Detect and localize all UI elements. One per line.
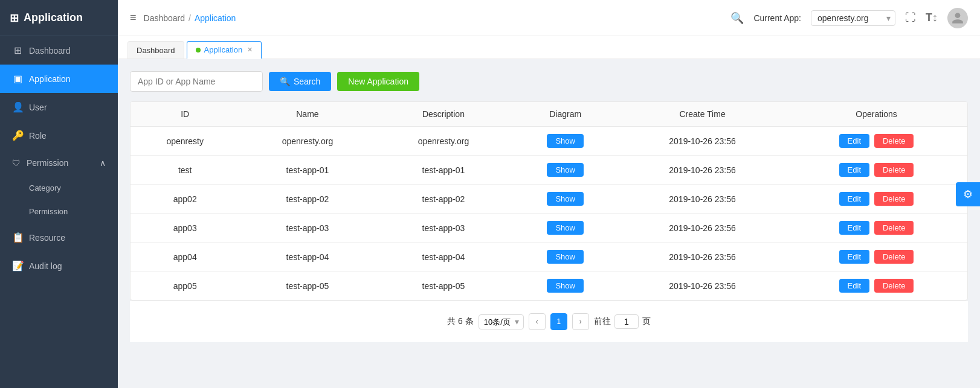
table-row: app04 test-app-04 test-app-04 Show 2019-… — [131, 243, 967, 272]
cell-create-time: 2019-10-26 23:56 — [619, 127, 785, 156]
cell-operations: Edit Delete — [785, 185, 967, 214]
tab-application[interactable]: Application ✕ — [187, 41, 262, 59]
cell-id: app03 — [131, 214, 239, 243]
current-app-select[interactable]: openresty.org — [811, 10, 895, 26]
avatar[interactable] — [947, 8, 968, 28]
cell-diagram: Show — [511, 272, 619, 301]
tab-dashboard-label: Dashboard — [137, 46, 175, 55]
new-application-button[interactable]: New Application — [337, 72, 419, 91]
sidebar-item-application[interactable]: ▣ Application — [0, 65, 118, 93]
show-button[interactable]: Show — [547, 192, 584, 206]
page-1-button[interactable]: 1 — [550, 313, 567, 330]
sidebar-item-role[interactable]: 🔑 Role — [0, 121, 118, 150]
sidebar-header: ⊞ Application — [0, 0, 118, 36]
cell-description: test-app-05 — [375, 272, 511, 301]
sidebar-item-user[interactable]: 👤 User — [0, 93, 118, 121]
sidebar-item-label: Audit log — [29, 261, 62, 271]
edit-button[interactable]: Edit — [839, 279, 869, 293]
cell-id: app05 — [131, 272, 239, 301]
col-description: Description — [375, 102, 511, 127]
edit-button[interactable]: Edit — [839, 192, 869, 206]
cell-create-time: 2019-10-26 23:56 — [619, 214, 785, 243]
delete-button[interactable]: Delete — [874, 134, 914, 148]
cell-create-time: 2019-10-26 23:56 — [619, 156, 785, 185]
cell-description: openresty.org — [375, 127, 511, 156]
cell-operations: Edit Delete — [785, 127, 967, 156]
fullscreen-icon[interactable]: ⛶ — [905, 11, 916, 24]
col-create-time: Create Time — [619, 102, 785, 127]
main-content: ≡ Dashboard / Application 🔍 Current App:… — [118, 0, 980, 388]
user-icon: 👤 — [12, 101, 23, 113]
per-page-select[interactable]: 10条/页 20条/页 50条/页 — [479, 314, 524, 329]
cell-id: app04 — [131, 243, 239, 272]
tab-dashboard[interactable]: Dashboard — [127, 41, 184, 59]
data-table: ID Name Description Diagram Create Time … — [130, 101, 968, 301]
sidebar-item-dashboard[interactable]: ⊞ Dashboard — [0, 36, 118, 65]
cell-operations: Edit Delete — [785, 214, 967, 243]
float-settings-button[interactable]: ⚙ — [956, 182, 980, 206]
hamburger-icon[interactable]: ≡ — [130, 11, 137, 24]
sidebar-item-label: Dashboard — [29, 46, 71, 56]
permission-sub-label: Permission — [29, 207, 68, 216]
sidebar-item-label: User — [29, 103, 47, 112]
search-button[interactable]: 🔍 Search — [269, 72, 331, 91]
cell-name: test-app-03 — [239, 214, 375, 243]
edit-button[interactable]: Edit — [839, 163, 869, 177]
cell-diagram: Show — [511, 214, 619, 243]
cell-name: test-app-01 — [239, 156, 375, 185]
prev-page-button[interactable]: ‹ — [529, 313, 546, 330]
delete-button[interactable]: Delete — [874, 279, 914, 293]
col-diagram: Diagram — [511, 102, 619, 127]
header-right: 🔍 Current App: openresty.org ⛶ T↕ — [730, 8, 968, 28]
show-button[interactable]: Show — [547, 250, 584, 264]
sidebar-item-audit-log[interactable]: 📝 Audit log — [0, 252, 118, 280]
sidebar: ⊞ Application ⊞ Dashboard ▣ Application … — [0, 0, 118, 388]
search-input[interactable] — [130, 71, 263, 92]
cell-diagram: Show — [511, 127, 619, 156]
cell-name: test-app-02 — [239, 185, 375, 214]
cell-create-time: 2019-10-26 23:56 — [619, 272, 785, 301]
application-icon: ▣ — [12, 73, 23, 84]
content-area: Dashboard Application ✕ 🔍 Search New App… — [118, 36, 980, 388]
sidebar-item-label: Resource — [29, 233, 65, 243]
resource-icon: 📋 — [12, 232, 23, 243]
tab-close-icon[interactable]: ✕ — [247, 46, 253, 54]
pagination: 共 6 条 10条/页 20条/页 50条/页 ‹ 1 › — [130, 301, 968, 342]
sidebar-group-permission-header[interactable]: 🛡 Permission ∧ — [0, 150, 118, 176]
chevron-icon: ∧ — [100, 158, 106, 168]
current-app-label: Current App: — [753, 13, 801, 23]
delete-button[interactable]: Delete — [874, 221, 914, 235]
page-unit-label: 页 — [642, 316, 651, 327]
next-icon: › — [579, 317, 582, 326]
sidebar-item-resource[interactable]: 📋 Resource — [0, 223, 118, 252]
delete-button[interactable]: Delete — [874, 192, 914, 206]
delete-button[interactable]: Delete — [874, 163, 914, 177]
show-button[interactable]: Show — [547, 279, 584, 293]
page-1-label: 1 — [556, 317, 561, 326]
show-button[interactable]: Show — [547, 221, 584, 235]
font-size-icon[interactable]: T↕ — [926, 11, 938, 24]
table-row: openresty openresty.org openresty.org Sh… — [131, 127, 967, 156]
header-search-icon[interactable]: 🔍 — [730, 11, 744, 25]
edit-button[interactable]: Edit — [839, 221, 869, 235]
cell-operations: Edit Delete — [785, 243, 967, 272]
sidebar-sub-item-category[interactable]: Category — [0, 176, 118, 200]
filter-bar: 🔍 Search New Application — [130, 71, 968, 92]
col-operations: Operations — [785, 102, 967, 127]
permission-icon: 🛡 — [12, 158, 21, 168]
breadcrumb-home[interactable]: Dashboard — [144, 13, 185, 23]
show-button[interactable]: Show — [547, 134, 584, 148]
table-row: app02 test-app-02 test-app-02 Show 2019-… — [131, 185, 967, 214]
show-button[interactable]: Show — [547, 163, 584, 177]
cell-operations: Edit Delete — [785, 156, 967, 185]
sidebar-sub-item-permission[interactable]: Permission — [0, 200, 118, 223]
cell-description: test-app-04 — [375, 243, 511, 272]
cell-create-time: 2019-10-26 23:56 — [619, 243, 785, 272]
pagination-total: 共 6 条 — [447, 316, 474, 327]
edit-button[interactable]: Edit — [839, 250, 869, 264]
next-page-button[interactable]: › — [572, 313, 589, 330]
goto-input[interactable] — [614, 314, 639, 329]
edit-button[interactable]: Edit — [839, 134, 869, 148]
delete-button[interactable]: Delete — [874, 250, 914, 264]
page-content: 🔍 Search New Application ID Name Descrip… — [118, 59, 980, 354]
